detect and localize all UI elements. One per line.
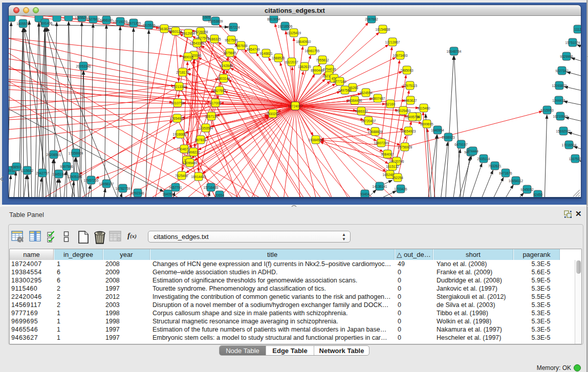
svg-text:1292346: 1292346 xyxy=(131,191,144,195)
svg-text:9115460: 9115460 xyxy=(418,106,430,110)
svg-text:19218506: 19218506 xyxy=(278,25,293,28)
svg-text:15716485: 15716485 xyxy=(204,186,219,189)
svg-text:16543382: 16543382 xyxy=(190,41,205,45)
svg-text:8427552: 8427552 xyxy=(213,89,226,93)
svg-text:8215953: 8215953 xyxy=(540,108,554,112)
svg-text:19756928: 19756928 xyxy=(398,145,412,149)
svg-text:3624554: 3624554 xyxy=(359,91,373,95)
svg-text:16648784: 16648784 xyxy=(447,50,462,53)
svg-text:1244415: 1244415 xyxy=(552,99,565,102)
svg-text:16671355: 16671355 xyxy=(126,21,141,25)
svg-text:11325419: 11325419 xyxy=(287,31,301,35)
svg-text:1167533: 1167533 xyxy=(569,157,581,161)
svg-text:14136141: 14136141 xyxy=(373,185,387,188)
svg-text:1588520: 1588520 xyxy=(272,56,285,60)
svg-text:417006: 417006 xyxy=(210,101,221,105)
svg-text:10719155: 10719155 xyxy=(113,20,128,24)
svg-text:20654: 20654 xyxy=(215,193,224,197)
svg-text:9463627: 9463627 xyxy=(404,99,417,102)
svg-text:9245052: 9245052 xyxy=(520,188,534,191)
svg-text:19654923: 19654923 xyxy=(401,129,416,133)
svg-text:7632621: 7632621 xyxy=(488,164,502,168)
svg-text:9084067: 9084067 xyxy=(381,152,394,156)
svg-text:10973493: 10973493 xyxy=(393,54,408,57)
svg-text:16053809: 16053809 xyxy=(208,19,223,23)
svg-text:2718176: 2718176 xyxy=(176,71,189,74)
svg-text:15720407: 15720407 xyxy=(361,119,376,123)
svg-text:16210643: 16210643 xyxy=(553,115,568,118)
svg-text:252254: 252254 xyxy=(392,176,403,180)
svg-text:3675685: 3675685 xyxy=(223,51,236,55)
svg-text:17957255: 17957255 xyxy=(84,179,99,182)
svg-text:6794028: 6794028 xyxy=(323,68,336,71)
svg-text:1115682: 1115682 xyxy=(21,169,34,172)
svg-text:8990448: 8990448 xyxy=(311,69,324,72)
svg-text:2935114: 2935114 xyxy=(477,157,490,161)
svg-text:938501: 938501 xyxy=(11,165,22,169)
svg-text:16154838: 16154838 xyxy=(376,28,390,31)
svg-text:974444: 974444 xyxy=(467,149,478,153)
svg-text:8813054: 8813054 xyxy=(267,17,280,21)
svg-text:16640910: 16640910 xyxy=(296,40,311,43)
svg-text:12213349: 12213349 xyxy=(172,85,187,89)
svg-text:9227342: 9227342 xyxy=(555,69,569,73)
svg-text:9657791: 9657791 xyxy=(169,186,182,189)
svg-text:7485063: 7485063 xyxy=(400,69,413,72)
svg-text:92450: 92450 xyxy=(533,193,542,196)
svg-text:15226058: 15226058 xyxy=(193,30,208,34)
svg-text:20691406: 20691406 xyxy=(38,21,53,25)
svg-text:2087682: 2087682 xyxy=(365,17,378,21)
svg-text:17359924: 17359924 xyxy=(69,151,83,155)
svg-text:14099489: 14099489 xyxy=(183,161,198,165)
svg-text:8471676: 8471676 xyxy=(499,171,512,175)
svg-text:6497568: 6497568 xyxy=(338,89,352,92)
svg-text:62160: 62160 xyxy=(386,102,395,106)
svg-text:12905185: 12905185 xyxy=(68,175,82,179)
svg-text:16782759: 16782759 xyxy=(116,187,130,190)
svg-text:8699695: 8699695 xyxy=(420,122,433,126)
svg-text:20053346: 20053346 xyxy=(76,64,91,68)
svg-text:6322037: 6322037 xyxy=(285,60,298,64)
svg-text:7357224: 7357224 xyxy=(227,26,240,29)
svg-text:12093873: 12093873 xyxy=(552,84,567,87)
svg-text:867833: 867833 xyxy=(195,138,206,142)
svg-text:8454749: 8454749 xyxy=(247,48,260,51)
svg-text:15751074: 15751074 xyxy=(565,41,580,45)
svg-text:1362615: 1362615 xyxy=(298,65,311,69)
svg-text:18724007: 18724007 xyxy=(288,104,303,108)
svg-text:2867608: 2867608 xyxy=(234,44,248,48)
svg-text:7955812: 7955812 xyxy=(316,58,329,62)
svg-text:12975115: 12975115 xyxy=(403,84,418,87)
svg-text:989015: 989015 xyxy=(182,55,193,59)
svg-text:3267130: 3267130 xyxy=(205,115,218,118)
svg-text:9242848: 9242848 xyxy=(220,64,233,68)
svg-text:164053: 164053 xyxy=(162,192,173,196)
svg-text:15692971: 15692971 xyxy=(556,129,571,133)
svg-text:8938923: 8938923 xyxy=(442,136,455,139)
svg-text:8186325: 8186325 xyxy=(208,37,221,41)
svg-text:9777169: 9777169 xyxy=(333,80,346,83)
svg-text:1345194: 1345194 xyxy=(52,172,66,176)
svg-text:6466160: 6466160 xyxy=(100,18,113,22)
svg-text:10654112: 10654112 xyxy=(509,179,524,183)
svg-text:16961755: 16961755 xyxy=(305,49,320,53)
svg-text:17654925: 17654925 xyxy=(170,117,185,120)
svg-text:9397566: 9397566 xyxy=(60,165,73,168)
svg-text:1112: 1112 xyxy=(574,28,581,31)
svg-text:2942757: 2942757 xyxy=(36,171,49,175)
svg-text:10025453: 10025453 xyxy=(396,109,411,113)
svg-text:16495796: 16495796 xyxy=(405,115,420,119)
svg-text:7625402: 7625402 xyxy=(175,174,188,178)
svg-text:11353594: 11353594 xyxy=(199,126,213,130)
svg-text:12213967: 12213967 xyxy=(385,40,400,44)
svg-text:2930203: 2930203 xyxy=(266,112,279,116)
svg-text:3498222: 3498222 xyxy=(187,150,200,154)
svg-text:10807487: 10807487 xyxy=(371,97,385,100)
svg-text:6479197: 6479197 xyxy=(454,143,468,146)
svg-text:1405571: 1405571 xyxy=(16,22,30,26)
svg-text:7986322: 7986322 xyxy=(355,110,368,113)
svg-text:1527602: 1527602 xyxy=(86,17,100,21)
svg-text:2803144: 2803144 xyxy=(217,77,230,80)
svg-text:20364436: 20364436 xyxy=(347,99,362,102)
svg-text:16914479: 16914479 xyxy=(191,175,206,179)
